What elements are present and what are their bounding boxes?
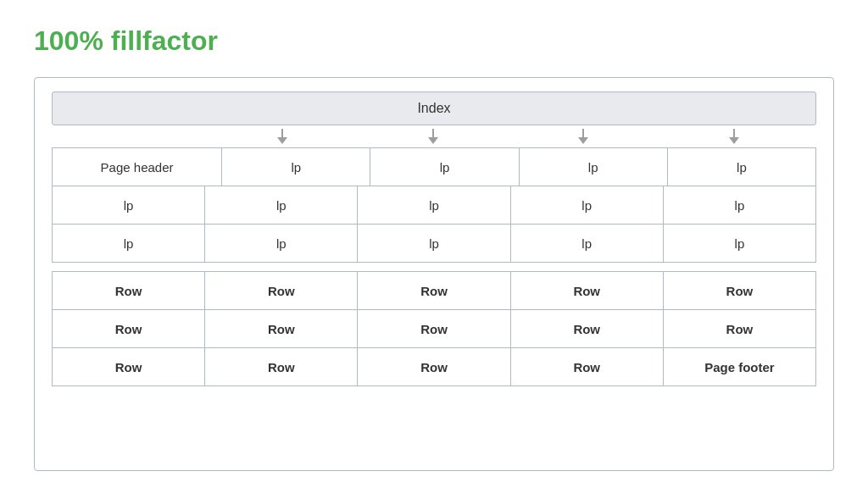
top-grid-row-0: Page header lp lp lp lp xyxy=(53,148,815,186)
row-cell-1-2: Row xyxy=(358,310,510,347)
cell-0-2: lp xyxy=(370,148,519,186)
row-cell-2-0: Row xyxy=(53,348,205,385)
arrow-down-4 xyxy=(729,129,739,144)
row-cell-0-2: Row xyxy=(358,272,510,309)
cell-1-4: lp xyxy=(664,186,815,224)
cell-2-0: lp xyxy=(53,225,205,262)
bottom-grid-row-0: Row Row Row Row Row xyxy=(53,272,815,310)
cell-1-1: lp xyxy=(205,186,358,224)
top-grid-row-2: lp lp lp lp lp xyxy=(53,225,815,262)
arrows-row xyxy=(52,125,816,144)
cell-2-3: lp xyxy=(511,225,664,262)
page-title: 100% fillfactor xyxy=(34,25,834,57)
row-cell-0-4: Row xyxy=(664,272,815,309)
row-cell-2-2: Row xyxy=(358,348,510,385)
bottom-grid-row-2: Row Row Row Row Page footer xyxy=(53,348,815,385)
top-section: Page header lp lp lp lp lp lp lp lp lp l… xyxy=(52,147,816,263)
cell-1-2: lp xyxy=(358,186,510,224)
cell-0-0: Page header xyxy=(53,148,222,186)
page-footer-cell: Page footer xyxy=(664,348,815,385)
arrow-down-1 xyxy=(277,129,287,144)
row-cell-0-1: Row xyxy=(205,272,358,309)
cell-0-1: lp xyxy=(222,148,370,186)
row-cell-2-3: Row xyxy=(511,348,664,385)
bottom-section: Row Row Row Row Row Row Row Row Row Row … xyxy=(52,271,816,386)
arrow-down-3 xyxy=(578,129,588,144)
cell-0-4: lp xyxy=(668,148,815,186)
bottom-grid-row-1: Row Row Row Row Row xyxy=(53,310,815,348)
row-cell-0-0: Row xyxy=(53,272,205,309)
cell-2-1: lp xyxy=(205,225,358,262)
index-box: Index xyxy=(52,92,816,125)
arrow-down-2 xyxy=(428,129,438,144)
cell-2-2: lp xyxy=(358,225,510,262)
cell-1-3: lp xyxy=(511,186,664,224)
row-cell-1-1: Row xyxy=(205,310,358,347)
row-cell-1-4: Row xyxy=(664,310,815,347)
index-row: Index xyxy=(52,92,816,125)
row-cell-1-3: Row xyxy=(511,310,664,347)
cell-2-4: lp xyxy=(664,225,815,262)
cell-0-3: lp xyxy=(520,148,668,186)
diagram-container: Index Page header lp lp lp lp lp lp lp l… xyxy=(34,77,834,471)
cell-1-0: lp xyxy=(53,186,205,224)
row-cell-1-0: Row xyxy=(53,310,205,347)
top-grid-row-1: lp lp lp lp lp xyxy=(53,186,815,225)
row-cell-2-1: Row xyxy=(205,348,358,385)
row-cell-0-3: Row xyxy=(511,272,664,309)
